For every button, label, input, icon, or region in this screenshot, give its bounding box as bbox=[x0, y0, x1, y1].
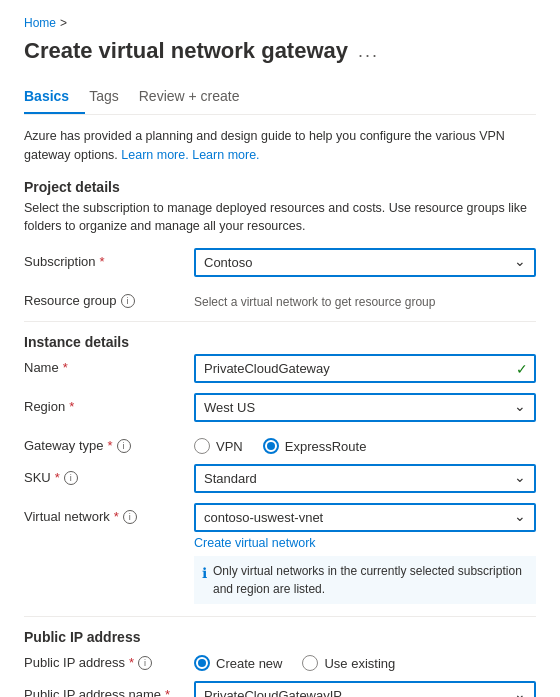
ellipsis-button[interactable]: ... bbox=[358, 41, 379, 62]
info-banner: Azure has provided a planning and design… bbox=[24, 127, 536, 165]
section-public-ip: Public IP address bbox=[24, 629, 536, 645]
public-ip-use-existing-option[interactable]: Use existing bbox=[302, 655, 395, 671]
name-valid-icon: ✓ bbox=[516, 361, 528, 377]
tab-tags[interactable]: Tags bbox=[89, 80, 135, 114]
gateway-type-radio-group: VPN ExpressRoute bbox=[194, 432, 536, 454]
project-details-desc: Select the subscription to manage deploy… bbox=[24, 199, 536, 237]
public-ip-name-label: Public IP address name * bbox=[24, 681, 194, 697]
learn-more-link2[interactable]: Learn more. bbox=[192, 148, 259, 162]
vnet-required: * bbox=[114, 509, 119, 524]
region-control: West US bbox=[194, 393, 536, 422]
public-ip-name-required: * bbox=[165, 687, 170, 697]
learn-more-link[interactable]: Learn more. bbox=[121, 148, 188, 162]
subscription-required: * bbox=[100, 254, 105, 269]
tab-review-create[interactable]: Review + create bbox=[139, 80, 256, 114]
region-required: * bbox=[69, 399, 74, 414]
name-row: Name * ✓ bbox=[24, 354, 536, 383]
resource-group-control: Select a virtual network to get resource… bbox=[194, 287, 536, 309]
divider-1 bbox=[24, 321, 536, 322]
vnet-note: ℹ Only virtual networks in the currently… bbox=[194, 556, 536, 604]
public-ip-radio-group: Create new Use existing bbox=[194, 649, 536, 671]
name-input[interactable] bbox=[194, 354, 536, 383]
region-select[interactable]: West US bbox=[194, 393, 536, 422]
resource-group-row: Resource group i Select a virtual networ… bbox=[24, 287, 536, 309]
gateway-type-expressroute-radio[interactable] bbox=[263, 438, 279, 454]
vnet-note-icon: ℹ bbox=[202, 563, 207, 584]
gateway-type-info-icon[interactable]: i bbox=[117, 439, 131, 453]
public-ip-create-new-radio[interactable] bbox=[194, 655, 210, 671]
gateway-type-required: * bbox=[108, 438, 113, 453]
gateway-type-expressroute-option[interactable]: ExpressRoute bbox=[263, 438, 367, 454]
gateway-type-vpn-radio[interactable] bbox=[194, 438, 210, 454]
gateway-type-vpn-option[interactable]: VPN bbox=[194, 438, 243, 454]
public-ip-label: Public IP address * i bbox=[24, 649, 194, 670]
resource-group-info-icon[interactable]: i bbox=[121, 294, 135, 308]
vnet-select[interactable]: contoso-uswest-vnet bbox=[194, 503, 536, 532]
resource-group-label: Resource group i bbox=[24, 287, 194, 308]
create-vnet-link[interactable]: Create virtual network bbox=[194, 536, 536, 550]
name-label: Name * bbox=[24, 354, 194, 375]
gateway-type-row: Gateway type * i VPN ExpressRoute bbox=[24, 432, 536, 454]
breadcrumb-separator: > bbox=[60, 16, 67, 30]
breadcrumb-home[interactable]: Home bbox=[24, 16, 56, 30]
public-ip-name-row: Public IP address name * PrivateCloudGat… bbox=[24, 681, 536, 697]
public-ip-name-control: PrivateCloudGatewayIP bbox=[194, 681, 536, 697]
sku-control: Standard bbox=[194, 464, 536, 493]
subscription-select[interactable]: Contoso bbox=[194, 248, 536, 277]
vnet-row: Virtual network * i contoso-uswest-vnet … bbox=[24, 503, 536, 604]
page-title: Create virtual network gateway bbox=[24, 38, 348, 64]
breadcrumb: Home > bbox=[24, 16, 536, 30]
vnet-label: Virtual network * i bbox=[24, 503, 194, 524]
gateway-type-label: Gateway type * i bbox=[24, 432, 194, 453]
public-ip-use-existing-radio[interactable] bbox=[302, 655, 318, 671]
public-ip-required: * bbox=[129, 655, 134, 670]
gateway-type-control: VPN ExpressRoute bbox=[194, 432, 536, 454]
subscription-row: Subscription * Contoso bbox=[24, 248, 536, 277]
vnet-control: contoso-uswest-vnet Create virtual netwo… bbox=[194, 503, 536, 604]
region-row: Region * West US bbox=[24, 393, 536, 422]
public-ip-row: Public IP address * i Create new Use exi… bbox=[24, 649, 536, 671]
sku-label: SKU * i bbox=[24, 464, 194, 485]
section-project-details: Project details bbox=[24, 179, 536, 195]
subscription-label: Subscription * bbox=[24, 248, 194, 269]
tab-basics[interactable]: Basics bbox=[24, 80, 85, 114]
public-ip-control: Create new Use existing bbox=[194, 649, 536, 671]
sku-row: SKU * i Standard bbox=[24, 464, 536, 493]
vnet-info-icon[interactable]: i bbox=[123, 510, 137, 524]
name-required: * bbox=[63, 360, 68, 375]
tabs-bar: Basics Tags Review + create bbox=[24, 80, 536, 115]
public-ip-name-select[interactable]: PrivateCloudGatewayIP bbox=[194, 681, 536, 697]
resource-group-helper: Select a virtual network to get resource… bbox=[194, 289, 536, 309]
region-label: Region * bbox=[24, 393, 194, 414]
name-control: ✓ bbox=[194, 354, 536, 383]
sku-required: * bbox=[55, 470, 60, 485]
public-ip-info-icon[interactable]: i bbox=[138, 656, 152, 670]
subscription-control: Contoso bbox=[194, 248, 536, 277]
sku-select[interactable]: Standard bbox=[194, 464, 536, 493]
sku-info-icon[interactable]: i bbox=[64, 471, 78, 485]
public-ip-create-new-option[interactable]: Create new bbox=[194, 655, 282, 671]
divider-2 bbox=[24, 616, 536, 617]
section-instance-details: Instance details bbox=[24, 334, 536, 350]
